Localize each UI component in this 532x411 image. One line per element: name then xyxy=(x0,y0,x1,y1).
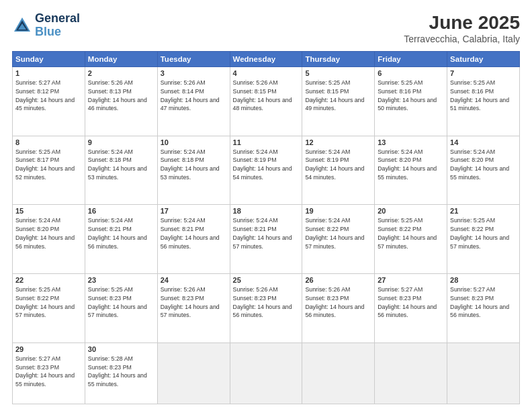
day-21: 21 Sunrise: 5:25 AMSunset: 8:22 PMDaylig… xyxy=(447,205,520,274)
title-block: June 2025 Terravecchia, Calabria, Italy xyxy=(404,12,520,44)
table-row: 22 Sunrise: 5:25 AMSunset: 8:22 PMDaylig… xyxy=(13,274,520,343)
day-28: 28 Sunrise: 5:27 AMSunset: 8:23 PMDaylig… xyxy=(447,274,520,343)
day-15: 15 Sunrise: 5:24 AMSunset: 8:20 PMDaylig… xyxy=(13,205,85,274)
day-25: 25 Sunrise: 5:26 AMSunset: 8:23 PMDaylig… xyxy=(230,274,302,343)
day-19: 19 Sunrise: 5:24 AMSunset: 8:22 PMDaylig… xyxy=(302,205,375,274)
table-row: 8 Sunrise: 5:25 AMSunset: 8:17 PMDayligh… xyxy=(13,136,520,205)
day-7: 7 Sunrise: 5:25 AMSunset: 8:16 PMDayligh… xyxy=(447,67,520,136)
day-3: 3 Sunrise: 5:26 AMSunset: 8:14 PMDayligh… xyxy=(157,67,230,136)
day-29: 29 Sunrise: 5:27 AMSunset: 8:23 PMDaylig… xyxy=(13,342,85,404)
logo-blue: Blue xyxy=(35,25,61,38)
col-monday: Monday xyxy=(85,52,157,67)
table-row: 1 Sunrise: 5:27 AMSunset: 8:12 PMDayligh… xyxy=(13,67,520,136)
day-4: 4 Sunrise: 5:26 AMSunset: 8:15 PMDayligh… xyxy=(230,67,302,136)
empty-cell xyxy=(447,342,520,404)
calendar-table: Sunday Monday Tuesday Wednesday Thursday… xyxy=(12,51,520,404)
day-18: 18 Sunrise: 5:24 AMSunset: 8:21 PMDaylig… xyxy=(230,205,302,274)
col-wednesday: Wednesday xyxy=(230,52,302,67)
day-30: 30 Sunrise: 5:28 AMSunset: 8:23 PMDaylig… xyxy=(85,342,157,404)
day-16: 16 Sunrise: 5:24 AMSunset: 8:21 PMDaylig… xyxy=(85,205,157,274)
logo: GeneralBlue xyxy=(12,12,80,39)
day-13: 13 Sunrise: 5:24 AMSunset: 8:20 PMDaylig… xyxy=(375,136,447,205)
day-27: 27 Sunrise: 5:27 AMSunset: 8:23 PMDaylig… xyxy=(375,274,447,343)
empty-cell xyxy=(375,342,447,404)
calendar-header-row: Sunday Monday Tuesday Wednesday Thursday… xyxy=(13,52,520,67)
day-12: 12 Sunrise: 5:24 AMSunset: 8:19 PMDaylig… xyxy=(302,136,375,205)
day-22: 22 Sunrise: 5:25 AMSunset: 8:22 PMDaylig… xyxy=(13,274,85,343)
logo-text: GeneralBlue xyxy=(35,12,80,39)
day-26: 26 Sunrise: 5:26 AMSunset: 8:23 PMDaylig… xyxy=(302,274,375,343)
month-title: June 2025 xyxy=(404,12,520,34)
day-11: 11 Sunrise: 5:24 AMSunset: 8:19 PMDaylig… xyxy=(230,136,302,205)
day-1: 1 Sunrise: 5:27 AMSunset: 8:12 PMDayligh… xyxy=(13,67,85,136)
empty-cell xyxy=(157,342,230,404)
logo-icon xyxy=(12,15,32,36)
col-saturday: Saturday xyxy=(447,52,520,67)
day-14: 14 Sunrise: 5:24 AMSunset: 8:20 PMDaylig… xyxy=(447,136,520,205)
day-17: 17 Sunrise: 5:24 AMSunset: 8:21 PMDaylig… xyxy=(157,205,230,274)
day-2: 2 Sunrise: 5:26 AMSunset: 8:13 PMDayligh… xyxy=(85,67,157,136)
header: GeneralBlue June 2025 Terravecchia, Cala… xyxy=(12,12,520,44)
page: GeneralBlue June 2025 Terravecchia, Cala… xyxy=(0,0,532,411)
day-5: 5 Sunrise: 5:25 AMSunset: 8:15 PMDayligh… xyxy=(302,67,375,136)
day-10: 10 Sunrise: 5:24 AMSunset: 8:18 PMDaylig… xyxy=(157,136,230,205)
empty-cell xyxy=(230,342,302,404)
day-9: 9 Sunrise: 5:24 AMSunset: 8:18 PMDayligh… xyxy=(85,136,157,205)
col-sunday: Sunday xyxy=(13,52,85,67)
day-23: 23 Sunrise: 5:25 AMSunset: 8:23 PMDaylig… xyxy=(85,274,157,343)
col-tuesday: Tuesday xyxy=(157,52,230,67)
table-row: 29 Sunrise: 5:27 AMSunset: 8:23 PMDaylig… xyxy=(13,342,520,404)
table-row: 15 Sunrise: 5:24 AMSunset: 8:20 PMDaylig… xyxy=(13,205,520,274)
day-20: 20 Sunrise: 5:25 AMSunset: 8:22 PMDaylig… xyxy=(375,205,447,274)
day-8: 8 Sunrise: 5:25 AMSunset: 8:17 PMDayligh… xyxy=(13,136,85,205)
location-title: Terravecchia, Calabria, Italy xyxy=(404,34,520,44)
col-thursday: Thursday xyxy=(302,52,375,67)
col-friday: Friday xyxy=(375,52,447,67)
day-24: 24 Sunrise: 5:26 AMSunset: 8:23 PMDaylig… xyxy=(157,274,230,343)
day-6: 6 Sunrise: 5:25 AMSunset: 8:16 PMDayligh… xyxy=(375,67,447,136)
empty-cell xyxy=(302,342,375,404)
